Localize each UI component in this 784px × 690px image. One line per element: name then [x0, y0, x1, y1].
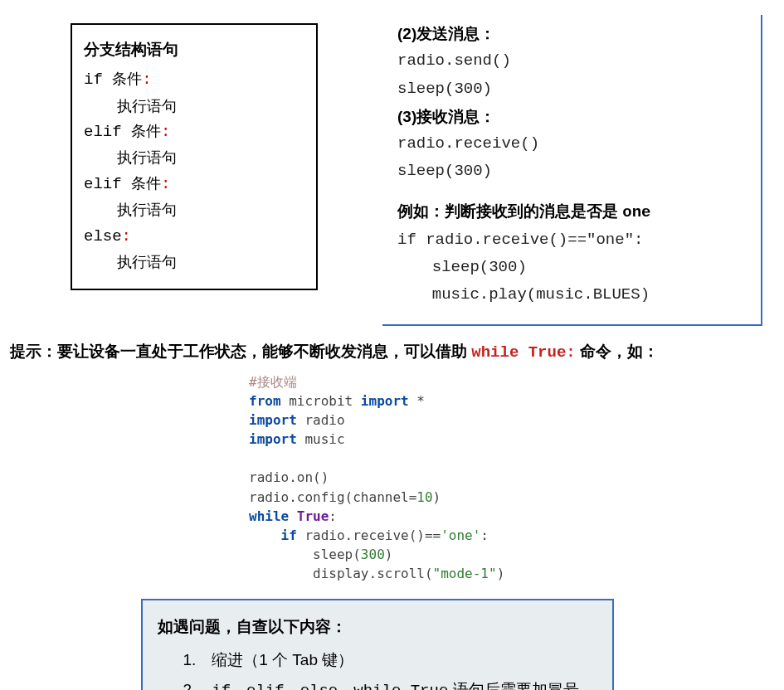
code-line: sleep(300)	[397, 75, 738, 103]
branch-line: 执行语句	[117, 145, 299, 171]
troubleshoot-item: 2. if、elif、else、while True 语句后需要加冒号	[183, 675, 597, 690]
code-line: radio.receive()	[397, 130, 738, 158]
code-line: music.play(music.BLUES)	[432, 281, 738, 309]
branch-line: 执行语句	[117, 197, 299, 223]
code-line: if radio.receive()=="one":	[397, 226, 738, 254]
hint-text: 命令，如：	[576, 343, 659, 360]
branch-line: else:	[84, 223, 299, 250]
code-line: radio.send()	[397, 47, 738, 75]
section-2-title: (2)发送消息：	[397, 20, 738, 47]
branch-line: if 条件:	[84, 66, 299, 93]
code-line: sleep(300)	[432, 254, 738, 281]
radio-reference-box: (2)发送消息： radio.send() sleep(300) (3)接收消息…	[382, 15, 762, 326]
troubleshoot-item: 1. 缩进（1 个 Tab 键）	[183, 645, 597, 675]
hint-code: while True:	[471, 343, 575, 362]
branch-structure-box: 分支结构语句 if 条件: 执行语句 elif 条件: 执行语句 elif 条件…	[71, 23, 318, 290]
troubleshoot-box: 如遇问题，自查以下内容： 1. 缩进（1 个 Tab 键） 2. if、elif…	[141, 599, 614, 690]
code-line: sleep(300)	[397, 158, 738, 185]
code-sample-block: #接收端 from microbit import * import radio…	[249, 372, 784, 584]
branch-box-title: 分支结构语句	[84, 36, 299, 63]
hint-label: 提示：	[10, 343, 57, 360]
branch-line: 执行语句	[117, 250, 299, 275]
hint-text: 要让设备一直处于工作状态，能够不断收发消息，可以借助	[57, 343, 471, 360]
branch-line: elif 条件:	[84, 119, 299, 145]
example-title: 例如：判断接收到的消息是否是 one	[397, 197, 738, 226]
top-row: 分支结构语句 if 条件: 执行语句 elif 条件: 执行语句 elif 条件…	[0, 0, 784, 326]
branch-line: 执行语句	[117, 94, 299, 119]
branch-line: elif 条件:	[84, 171, 299, 197]
troubleshoot-title: 如遇问题，自查以下内容：	[158, 612, 597, 642]
hint-row: 提示：要让设备一直处于工作状态，能够不断收发消息，可以借助 while True…	[10, 341, 784, 362]
section-3-title: (3)接收消息：	[397, 103, 738, 130]
